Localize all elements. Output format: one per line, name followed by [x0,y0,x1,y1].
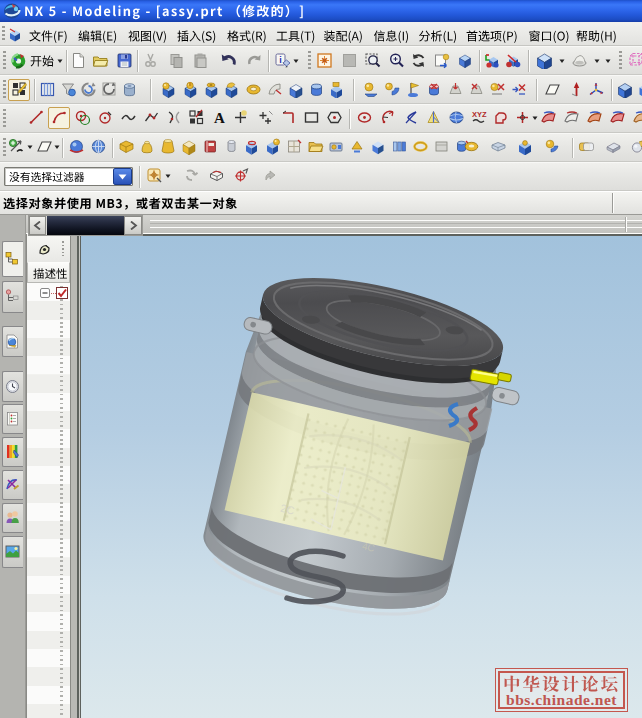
svg-text:A: A [214,110,225,126]
svg-text:XYZ: XYZ [472,110,487,119]
svg-text:i: i [279,55,282,65]
